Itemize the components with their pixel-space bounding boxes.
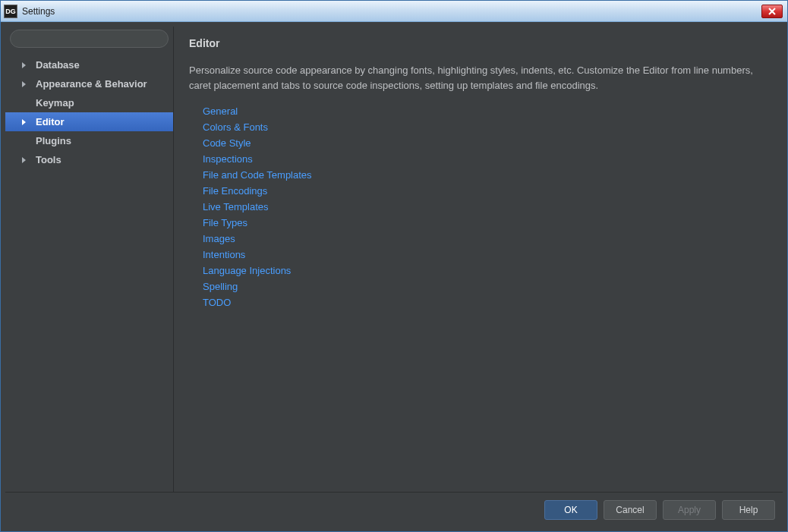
sidebar: DatabaseAppearance & BehaviorKeymapEdito… [5, 27, 174, 492]
content-heading: Editor [189, 37, 768, 49]
link-todo[interactable]: TODO [203, 294, 768, 310]
footer: OK Cancel Apply Help [5, 492, 783, 527]
link-file-types[interactable]: File Types [203, 215, 768, 231]
link-live-templates[interactable]: Live Templates [203, 199, 768, 215]
main-area: DatabaseAppearance & BehaviorKeymapEdito… [5, 27, 783, 492]
settings-window: DG Settings DatabaseAppearance & Behavio… [0, 0, 788, 532]
sidebar-item-label: Appearance & Behavior [36, 78, 147, 90]
link-code-style[interactable]: Code Style [203, 135, 768, 151]
expand-arrow-icon [22, 81, 26, 87]
content-panel: Editor Personalize source code appearanc… [174, 27, 783, 492]
sidebar-item-appearance-behavior[interactable]: Appearance & Behavior [5, 74, 173, 93]
sidebar-item-tools[interactable]: Tools [5, 150, 173, 169]
titlebar[interactable]: DG Settings [1, 1, 787, 22]
search-container [10, 30, 169, 48]
close-button[interactable] [761, 5, 783, 18]
settings-tree: DatabaseAppearance & BehaviorKeymapEdito… [5, 52, 173, 169]
sidebar-item-database[interactable]: Database [5, 55, 173, 74]
window-body: DatabaseAppearance & BehaviorKeymapEdito… [1, 22, 787, 531]
sidebar-item-label: Editor [36, 116, 65, 127]
apply-button[interactable]: Apply [663, 500, 716, 520]
link-images[interactable]: Images [203, 231, 768, 247]
cancel-button[interactable]: Cancel [604, 500, 657, 520]
link-intentions[interactable]: Intentions [203, 247, 768, 263]
link-spelling[interactable]: Spelling [203, 279, 768, 294]
link-file-and-code-templates[interactable]: File and Code Templates [203, 167, 768, 183]
content-description: Personalize source code appearance by ch… [189, 63, 768, 93]
link-colors-fonts[interactable]: Colors & Fonts [203, 119, 768, 135]
sidebar-item-plugins[interactable]: Plugins [5, 131, 173, 150]
sidebar-item-label: Tools [36, 154, 61, 165]
ok-button[interactable]: OK [544, 500, 597, 520]
sidebar-item-label: Keymap [36, 97, 74, 109]
search-wrap [5, 27, 173, 52]
expand-arrow-icon [22, 157, 26, 163]
sidebar-item-keymap[interactable]: Keymap [5, 93, 173, 112]
sidebar-item-editor[interactable]: Editor [5, 112, 173, 131]
window-title: Settings [22, 6, 55, 17]
expand-arrow-icon [22, 62, 26, 68]
link-language-injections[interactable]: Language Injections [203, 263, 768, 279]
expand-arrow-icon [22, 119, 26, 125]
search-input[interactable] [10, 30, 169, 48]
help-button[interactable]: Help [722, 500, 775, 520]
app-icon: DG [4, 5, 17, 18]
link-inspections[interactable]: Inspections [203, 151, 768, 167]
sidebar-item-label: Plugins [36, 135, 71, 146]
close-icon [768, 8, 776, 15]
link-file-encodings[interactable]: File Encodings [203, 183, 768, 199]
sidebar-item-label: Database [36, 59, 80, 71]
link-general[interactable]: General [203, 103, 768, 119]
content-links: GeneralColors & FontsCode StyleInspectio… [189, 103, 768, 310]
